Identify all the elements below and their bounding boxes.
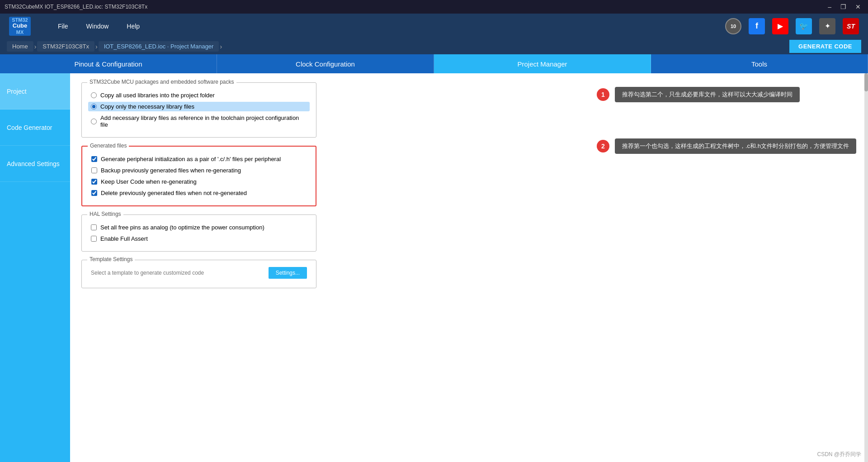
youtube-icon[interactable]: ▶ [772,18,788,34]
version-icon: 10 [725,18,741,34]
checkbox-keep-user-code-input[interactable] [91,179,97,185]
template-settings-group: Template Settings Settings... [81,260,316,288]
generated-files-checkbox-group: Generate peripheral initialization as a … [91,153,307,196]
close-button[interactable]: ✕ [853,2,863,11]
breadcrumb-project[interactable]: IOT_ESP8266_LED.ioc · Project Manager [99,41,219,52]
checkbox-gen-peripheral-input[interactable] [91,156,97,162]
mcu-packages-title: STM32Cube MCU packages and embedded soft… [87,79,236,85]
annotation-text-1: 推荐勾选第二个，只生成必要库文件，这样可以大大减少编译时间 [615,87,800,102]
checkbox-free-pins[interactable]: Set all free pins as analog (to optimize… [91,224,307,231]
radio-add-reference-label: Add necessary library files as reference… [100,114,307,128]
twitter-icon[interactable]: 🐦 [796,18,812,34]
template-input[interactable] [91,270,264,276]
scrollbar-thumb[interactable] [864,73,868,91]
main-tabs: Pinout & Configuration Clock Configurati… [0,54,868,73]
mcu-packages-group: STM32Cube MCU packages and embedded soft… [81,82,316,138]
tab-clock[interactable]: Clock Configuration [217,54,434,73]
radio-copy-necessary-input[interactable] [91,104,97,110]
checkbox-backup-input[interactable] [91,167,97,173]
checkbox-gen-peripheral[interactable]: Generate peripheral initialization as a … [91,156,307,162]
breadcrumb-chip[interactable]: STM32F103C8Tx [37,41,94,52]
facebook-icon[interactable]: f [749,18,765,34]
sidebar-item-code-generator[interactable]: Code Generator [0,110,70,146]
checkbox-backup-label: Backup previously generated files when r… [101,167,241,174]
settings-button[interactable]: Settings... [269,267,307,279]
breadcrumb-home[interactable]: Home [7,41,33,52]
checkbox-gen-peripheral-label: Generate peripheral initialization as a … [101,156,281,162]
minimize-button[interactable]: – [825,2,834,11]
tab-tools[interactable]: Tools [651,54,868,73]
watermark: CSDN @乔乔同学 [817,451,861,458]
checkbox-free-pins-label: Set all free pins as analog (to optimize… [100,224,264,231]
menu-bar: STM32 Cube MX File Window Help 10 f ▶ 🐦 … [0,14,868,38]
checkbox-full-assert[interactable]: Enable Full Assert [91,235,307,242]
checkbox-full-assert-label: Enable Full Assert [100,235,148,242]
checkbox-keep-user-code-label: Keep User Code when re-generating [101,178,197,185]
logo-cube: Cube [13,23,28,29]
menu-help[interactable]: Help [127,20,140,32]
annotation-text-2: 推荐第一个也勾选，这样生成的工程文件树中，.c和.h文件时分别打包的，方便管理文… [615,138,856,154]
checkbox-keep-user-code[interactable]: Keep User Code when re-generating [91,178,307,185]
logo-mx: MX [16,29,24,35]
restore-button[interactable]: ❐ [838,2,849,11]
radio-add-reference-input[interactable] [91,119,97,124]
hal-settings-title: HAL Settings [87,211,123,217]
annotation-area: 1 推荐勾选第二个，只生成必要库文件，这样可以大大减少编译时间 2 推荐第一个也… [597,87,859,167]
menu-window[interactable]: Window [86,20,109,32]
annotation-2: 2 推荐第一个也勾选，这样生成的工程文件树中，.c和.h文件时分别打包的，方便管… [597,138,859,154]
checkbox-delete-prev-input[interactable] [91,190,97,196]
checkbox-free-pins-input[interactable] [91,224,97,230]
checkbox-delete-prev-label: Delete previously generated files when n… [101,190,247,196]
main-content: STM32Cube MCU packages and embedded soft… [70,73,868,462]
breadcrumb-arrow-1: › [34,43,37,50]
radio-copy-necessary-label: Copy only the necessary library files [100,103,194,110]
template-settings-title: Template Settings [87,256,135,262]
breadcrumb-bar: Home › STM32F103C8Tx › IOT_ESP8266_LED.i… [0,38,868,54]
radio-add-reference[interactable]: Add necessary library files as reference… [91,114,307,128]
title-bar-controls: – ❐ ✕ [825,2,863,11]
breadcrumb-arrow-3: › [220,43,222,50]
radio-copy-all[interactable]: Copy all used libraries into the project… [91,92,307,99]
tab-project-manager[interactable]: Project Manager [434,54,651,73]
tab-pinout[interactable]: Pinout & Configuration [0,54,217,73]
radio-copy-all-label: Copy all used libraries into the project… [100,92,215,99]
menu-items: File Window Help [58,20,725,32]
breadcrumb-arrow-2: › [95,43,98,50]
checkbox-full-assert-input[interactable] [91,236,97,242]
hal-settings-group: HAL Settings Set all free pins as analog… [81,214,316,252]
menu-right: 10 f ▶ 🐦 ✦ ST [725,18,859,34]
network-icon[interactable]: ✦ [819,18,835,34]
title-bar-left: STM32CubeMX IOT_ESP8266_LED.ioc: STM32F1… [5,4,147,10]
content-area: Project Code Generator Advanced Settings… [0,73,868,462]
window-title: STM32CubeMX IOT_ESP8266_LED.ioc: STM32F1… [5,4,147,10]
annotation-1: 1 推荐勾选第二个，只生成必要库文件，这样可以大大减少编译时间 [597,87,859,102]
sidebar-item-project[interactable]: Project [0,73,70,110]
radio-copy-all-input[interactable] [91,92,97,98]
menu-file[interactable]: File [58,20,68,32]
generated-files-group: Generated files Generate peripheral init… [81,146,316,206]
st-icon[interactable]: ST [843,18,859,34]
template-row: Settings... [91,267,307,279]
annotation-bubble-2: 2 [597,140,609,152]
generated-files-title: Generated files [88,143,129,149]
sidebar-item-advanced-settings[interactable]: Advanced Settings [0,146,70,182]
scrollbar[interactable] [864,73,868,462]
logo-box: STM32 Cube MX [9,17,31,36]
radio-copy-necessary[interactable]: Copy only the necessary library files [88,102,310,111]
generate-code-button[interactable]: GENERATE CODE [789,40,861,53]
sidebar: Project Code Generator Advanced Settings [0,73,70,462]
title-bar: STM32CubeMX IOT_ESP8266_LED.ioc: STM32F1… [0,0,868,14]
mcu-packages-radio-group: Copy all used libraries into the project… [91,90,307,128]
app-logo: STM32 Cube MX [9,17,31,36]
checkbox-delete-prev[interactable]: Delete previously generated files when n… [91,190,307,196]
checkbox-backup[interactable]: Backup previously generated files when r… [91,167,307,174]
annotation-bubble-1: 1 [597,88,609,101]
hal-settings-checkbox-group: Set all free pins as analog (to optimize… [91,222,307,242]
